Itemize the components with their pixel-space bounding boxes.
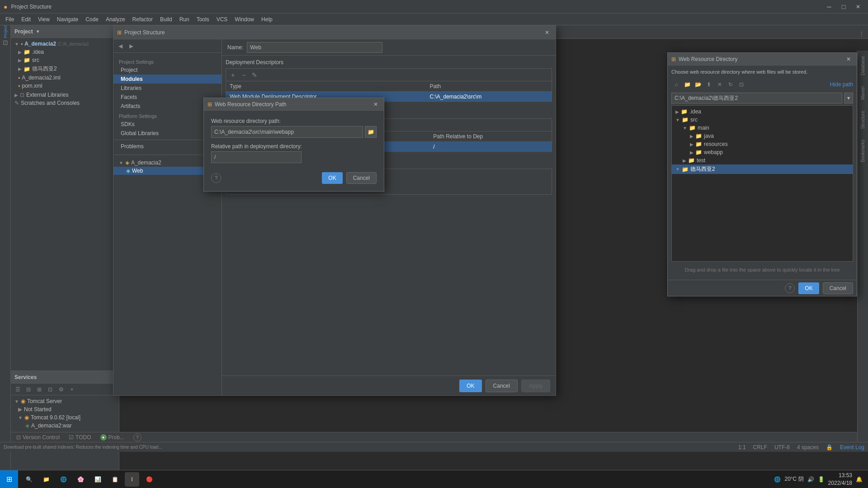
wrdp-cancel-button[interactable]: Cancel: [346, 172, 377, 184]
wrd-delete-btn[interactable]: ✕: [715, 80, 725, 89]
wrd-tree-resources[interactable]: ▶ 📁 resources: [672, 140, 853, 148]
wrd-newdir-btn[interactable]: 📁: [682, 80, 692, 89]
ps-name-input[interactable]: [247, 42, 382, 53]
wrd-footer: ? OK Cancel: [668, 280, 857, 296]
ps-apply-button[interactable]: Apply: [521, 380, 550, 392]
taskbar-app5[interactable]: 📋: [108, 472, 122, 487]
wrdp-relative-label: Relative path in deployment directory:: [211, 143, 377, 150]
taskbar-app4[interactable]: 📊: [90, 472, 105, 487]
wrd-tree-label-src: src: [690, 117, 698, 123]
deployment-col-path: Path: [426, 81, 552, 92]
ps-close-button[interactable]: ✕: [542, 28, 552, 38]
menu-analyze[interactable]: Analyze: [102, 15, 129, 23]
wrd-newfolder-btn[interactable]: 📂: [693, 80, 703, 89]
wrd-up-btn[interactable]: ⬆: [704, 80, 714, 89]
menu-run[interactable]: Run: [176, 15, 193, 23]
menu-file[interactable]: File: [2, 15, 18, 23]
ps-footer: OK Cancel Apply: [222, 375, 556, 395]
wrd-tree-src[interactable]: ▼ 📁 src: [672, 116, 853, 124]
menu-help[interactable]: Help: [258, 15, 276, 23]
taskbar-time-text: 13:53: [828, 472, 852, 479]
wrd-path-input[interactable]: [671, 93, 842, 103]
wrdp-input-row: 📁: [211, 126, 377, 138]
close-button[interactable]: ✕: [852, 0, 864, 13]
wrd-refresh-btn[interactable]: ↻: [726, 80, 736, 89]
wrdp-body: Web resource directory path: 📁 Relative …: [204, 111, 384, 191]
wrdp-path-input[interactable]: [211, 126, 363, 138]
wrdp-browse-button[interactable]: 📁: [365, 126, 377, 138]
wrd-tree-java[interactable]: ▶ 📁 java: [672, 132, 853, 140]
taskbar-battery-icon: 🔋: [818, 476, 825, 483]
taskbar-browser[interactable]: 🌐: [56, 472, 71, 487]
menu-view[interactable]: View: [34, 15, 53, 23]
wrd-title-area: ⊞ Web Resource Directory: [671, 56, 844, 62]
menu-refactor[interactable]: Refactor: [129, 15, 156, 23]
menu-code[interactable]: Code: [82, 15, 102, 23]
menu-build[interactable]: Build: [156, 15, 176, 23]
taskbar-file-explorer[interactable]: 📁: [39, 472, 53, 487]
folder-icon-wrd-demacia2: 📁: [682, 166, 689, 173]
wrd-tree-idea[interactable]: ▶ 📁 .idea: [672, 108, 853, 116]
wrd-cell-path: /: [429, 142, 552, 152]
ps-name-label: Name:: [227, 44, 243, 51]
taskbar-notification[interactable]: 🔔: [856, 476, 863, 483]
taskbar-app3[interactable]: 🌸: [73, 472, 88, 487]
wrd-cancel-button[interactable]: Cancel: [823, 282, 853, 294]
taskbar-app7[interactable]: 🔴: [142, 472, 156, 487]
wrd-tree-main[interactable]: ▼ 📁 main: [672, 124, 853, 132]
deployment-add-btn[interactable]: +: [228, 70, 238, 80]
wrd-tree-label-resources: resources: [704, 141, 728, 147]
deployment-section: Deployment Descriptors + − ✎ Type: [226, 59, 552, 102]
folder-icon-wrd-idea: 📁: [681, 108, 688, 115]
deployment-remove-btn[interactable]: −: [239, 70, 249, 80]
minimize-button[interactable]: ─: [823, 0, 835, 13]
ps-nav-modules[interactable]: Modules: [113, 75, 222, 84]
tree-arrow-wrd-demacia2: ▼: [675, 167, 680, 172]
wrdp-relative-field: Relative path in deployment directory:: [211, 143, 377, 163]
wrd-tree-label-java: java: [704, 133, 714, 139]
taskbar-intellij[interactable]: I: [125, 472, 139, 487]
wrdp-close-button[interactable]: ✕: [371, 100, 380, 109]
ps-ok-button[interactable]: OK: [459, 380, 481, 392]
menu-tools[interactable]: Tools: [193, 15, 213, 23]
deployment-toolbar: + − ✎: [226, 68, 552, 81]
ps-title-area: ⊞ Project Structure: [117, 29, 542, 36]
wrd-tree-demacia2[interactable]: ▼ 📁 德马西亚2: [672, 164, 853, 174]
wrd-ok-button[interactable]: OK: [798, 282, 819, 294]
wrd-home-btn[interactable]: ⌂: [671, 80, 681, 89]
ide-body: Project ⊡ Project ▾ ▼ ▪ A_demacia2 C:\A_…: [0, 25, 868, 470]
wrd-titlebar: ⊞ Web Resource Directory ✕: [668, 53, 857, 66]
ps-nav-forward[interactable]: ▶: [126, 41, 136, 51]
wrd-hint-text: Drag and drop a file into the space abov…: [671, 263, 853, 276]
deployment-edit-btn[interactable]: ✎: [250, 70, 259, 80]
wrdp-relative-input[interactable]: [211, 151, 302, 163]
wrd-close-button[interactable]: ✕: [844, 55, 853, 64]
wrdp-ok-button[interactable]: OK: [322, 172, 342, 184]
maximize-button[interactable]: □: [837, 0, 850, 13]
start-button[interactable]: ⊞: [0, 470, 18, 488]
menu-vcs[interactable]: VCS: [213, 15, 231, 23]
taskbar-weather: 20°C 阴: [784, 475, 803, 483]
ps-nav-project[interactable]: Project: [113, 66, 222, 75]
wrd-tree-webapp[interactable]: ▶ 📁 webapp: [672, 148, 853, 156]
tree-arrow-wrd-resources: ▶: [690, 142, 693, 147]
deployment-col-type: Type: [226, 81, 426, 92]
wrd-path-dropdown[interactable]: ▾: [844, 93, 853, 103]
menu-window[interactable]: Window: [231, 15, 258, 23]
taskbar-search[interactable]: 🔍: [22, 472, 36, 487]
wrdp-help-button[interactable]: ?: [211, 173, 221, 183]
wrd-tree-label-main: main: [698, 125, 709, 131]
ps-cancel-button[interactable]: Cancel: [486, 380, 518, 392]
wrd-help-button[interactable]: ?: [785, 283, 795, 293]
menu-edit[interactable]: Edit: [18, 15, 34, 23]
ps-nav-libraries[interactable]: Libraries: [113, 84, 222, 93]
ps-nav-back[interactable]: ◀: [115, 41, 125, 51]
wrd-tree-test[interactable]: ▶ 📁 test: [672, 156, 853, 164]
menu-navigate[interactable]: Navigate: [53, 15, 82, 23]
wrd-tree-label-webapp: webapp: [704, 149, 723, 155]
wrd-copy-btn[interactable]: ⊡: [736, 80, 746, 89]
ide-title-text: Project Structure: [11, 4, 51, 10]
project-structure-dialog: ⊞ Project Structure ✕ ◀ ▶: [113, 25, 556, 396]
wrdp-path-label: Web resource directory path:: [211, 118, 377, 124]
wrd-hide-path-btn[interactable]: Hide path: [830, 81, 853, 88]
